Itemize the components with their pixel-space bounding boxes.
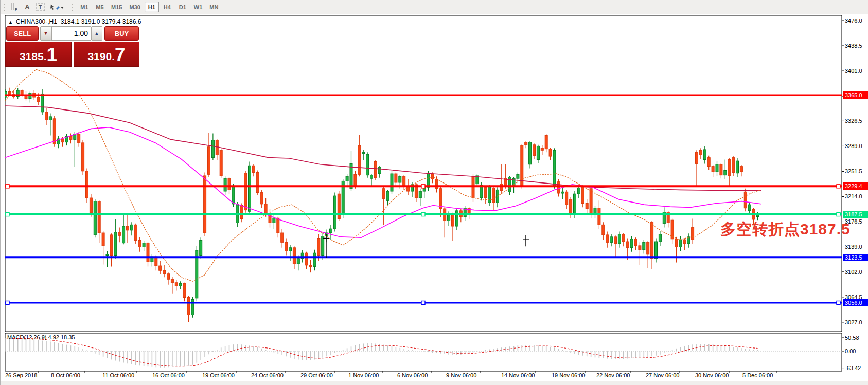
buy-button[interactable]: BUY — [104, 26, 139, 41]
symbol-period: CHINA300-,H1 — [16, 18, 57, 25]
chart-title: ▲CHINA300-,H1 3184.1 3191.0 3179.4 3186.… — [8, 18, 141, 25]
volume-increase-button[interactable]: ▲ — [91, 26, 102, 41]
mt4-window: F A T M1M5M15M30H1H4D1W1MN ▲CHINA300-,H1… — [0, 0, 868, 385]
macd-tick-label: 0.00 — [845, 348, 868, 354]
price-tick-label: 3027.0 — [845, 319, 868, 325]
price-line-label: 3056.0 — [843, 299, 868, 306]
price-tick-label: 3176.5 — [845, 218, 868, 225]
price-line-label: 3229.4 — [843, 182, 868, 190]
time-tick-label: 6 Nov 06:00 — [397, 372, 428, 378]
time-tick-label: 9 Nov 06:00 — [446, 372, 476, 378]
ohlc-readout: 3184.1 3191.0 3179.4 3186.6 — [61, 18, 141, 25]
price-line-label: 3365.0 — [843, 91, 868, 99]
price-tick-label: 3476.0 — [845, 17, 868, 24]
price-tick-label: 3102.0 — [845, 269, 868, 275]
price-tick-label: 3438.5 — [845, 43, 868, 49]
time-tick-label: 26 Sep 2018 — [5, 372, 37, 378]
time-tick-label: 19 Nov 06:00 — [552, 372, 585, 378]
buy-price-pips: 7 — [115, 45, 126, 64]
buy-price-display[interactable]: 3190.7 — [74, 42, 139, 67]
price-line-label: 3187.5 — [843, 211, 868, 218]
price-tick-label: 3326.5 — [845, 118, 868, 124]
time-tick-label: 29 Oct 06:00 — [300, 372, 333, 378]
price-line-label: 3123.5 — [843, 254, 868, 261]
price-tick-label: 3139.0 — [845, 244, 868, 250]
time-tick-label: 22 Nov 06:00 — [596, 372, 630, 378]
buy-price-main: 3190 — [87, 49, 112, 64]
panel-collapse-icon[interactable]: ▲ — [8, 20, 13, 25]
macd-tick-label: 50.58 — [845, 335, 868, 341]
time-tick-label: 27 Nov 06:00 — [646, 372, 679, 378]
time-tick-label: 24 Oct 06:00 — [251, 372, 284, 378]
price-tick-label: 3251.5 — [845, 168, 868, 174]
price-tick-label: 3401.0 — [845, 68, 868, 74]
time-tick-label: 8 Oct 06:00 — [51, 372, 80, 378]
time-tick-label: 5 Dec 06:00 — [742, 372, 773, 378]
time-tick-label: 1 Nov 06:00 — [348, 372, 379, 378]
time-tick-label: 11 Oct 06:00 — [102, 372, 134, 378]
sell-price-pips: 1 — [46, 45, 57, 64]
volume-input[interactable] — [51, 26, 91, 41]
volume-decrease-button[interactable]: ▼ — [40, 26, 51, 41]
status-bar — [1, 381, 868, 385]
time-tick-label: 16 Oct 06:00 — [152, 372, 185, 378]
annotation-text[interactable]: 多空转折点3187.5 — [720, 219, 851, 240]
sell-price-main: 3185 — [20, 49, 44, 64]
macd-indicator-label: MACD(12,26,9) 4.92 18.35 — [7, 334, 75, 340]
time-tick-label: 14 Nov 06:00 — [501, 372, 535, 378]
time-tick-label: 19 Oct 06:00 — [202, 372, 235, 378]
sell-button[interactable]: SELL — [6, 26, 39, 41]
sell-price-display[interactable]: 3185.1 — [5, 42, 72, 67]
price-tick-label: 3214.0 — [845, 193, 868, 199]
time-tick-label: 30 Nov 06:00 — [695, 372, 729, 378]
macd-tick-label: -63.42 — [845, 365, 868, 371]
price-tick-label: 3289.0 — [845, 143, 868, 149]
